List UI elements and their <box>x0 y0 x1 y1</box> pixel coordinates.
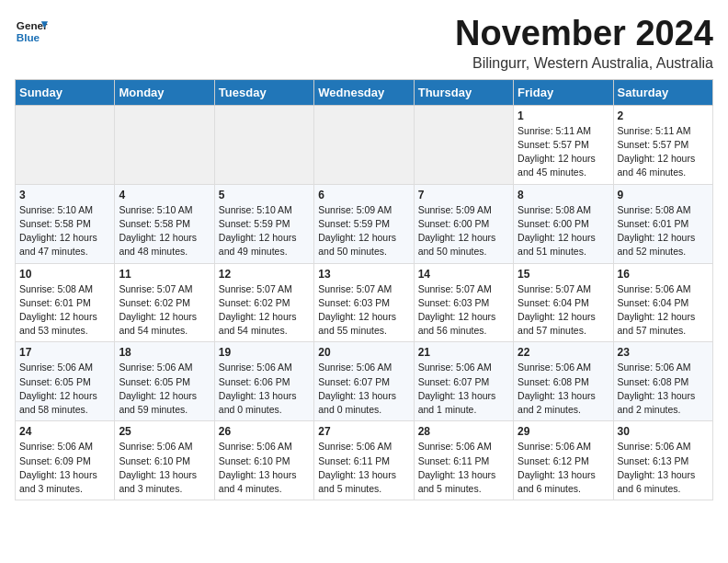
day-info: Sunrise: 5:07 AMSunset: 6:04 PMDaylight:… <box>518 282 609 339</box>
calendar-cell: 10Sunrise: 5:08 AMSunset: 6:01 PMDayligh… <box>16 263 115 342</box>
day-info: Sunrise: 5:06 AMSunset: 6:07 PMDaylight:… <box>418 361 509 417</box>
calendar-cell: 2Sunrise: 5:11 AMSunset: 5:57 PMDaylight… <box>613 105 712 184</box>
day-info: Sunrise: 5:08 AMSunset: 6:01 PMDaylight:… <box>618 203 709 259</box>
calendar-cell: 14Sunrise: 5:07 AMSunset: 6:03 PMDayligh… <box>414 263 513 342</box>
day-info: Sunrise: 5:07 AMSunset: 6:03 PMDaylight:… <box>418 282 509 339</box>
calendar-cell: 3Sunrise: 5:10 AMSunset: 5:58 PMDaylight… <box>16 184 115 263</box>
calendar-cell <box>16 105 115 184</box>
col-header-sunday: Sunday <box>16 79 115 105</box>
day-number: 15 <box>518 268 609 281</box>
day-number: 12 <box>219 268 310 281</box>
day-info: Sunrise: 5:09 AMSunset: 6:00 PMDaylight:… <box>418 203 509 259</box>
calendar-cell: 30Sunrise: 5:06 AMSunset: 6:13 PMDayligh… <box>613 421 712 500</box>
day-number: 4 <box>119 189 210 201</box>
calendar-cell: 13Sunrise: 5:07 AMSunset: 6:03 PMDayligh… <box>314 263 414 342</box>
calendar-header-row: SundayMondayTuesdayWednesdayThursdayFrid… <box>16 79 713 105</box>
calendar-cell: 5Sunrise: 5:10 AMSunset: 5:59 PMDaylight… <box>214 184 313 263</box>
day-number: 1 <box>518 109 609 122</box>
calendar-cell: 20Sunrise: 5:06 AMSunset: 6:07 PMDayligh… <box>314 342 414 421</box>
day-number: 13 <box>318 268 409 281</box>
day-number: 18 <box>119 346 210 359</box>
calendar-cell: 7Sunrise: 5:09 AMSunset: 6:00 PMDaylight… <box>414 184 513 263</box>
day-number: 7 <box>418 189 509 201</box>
day-number: 19 <box>219 346 310 359</box>
calendar-cell: 26Sunrise: 5:06 AMSunset: 6:10 PMDayligh… <box>214 421 313 500</box>
day-info: Sunrise: 5:06 AMSunset: 6:08 PMDaylight:… <box>618 361 709 417</box>
day-info: Sunrise: 5:06 AMSunset: 6:10 PMDaylight:… <box>119 440 210 496</box>
day-number: 14 <box>418 268 509 281</box>
day-info: Sunrise: 5:07 AMSunset: 6:02 PMDaylight:… <box>119 282 210 339</box>
logo-icon: General Blue <box>15 15 48 48</box>
day-number: 10 <box>19 268 110 281</box>
day-number: 5 <box>219 189 310 201</box>
title-block: November 2024 Bilingurr, Western Austral… <box>455 15 713 72</box>
day-number: 29 <box>518 425 609 438</box>
col-header-friday: Friday <box>514 79 613 105</box>
day-number: 25 <box>119 425 210 438</box>
day-info: Sunrise: 5:10 AMSunset: 5:58 PMDaylight:… <box>19 203 110 259</box>
calendar-cell: 17Sunrise: 5:06 AMSunset: 6:05 PMDayligh… <box>16 342 115 421</box>
col-header-thursday: Thursday <box>414 79 513 105</box>
day-number: 28 <box>418 425 509 438</box>
day-number: 8 <box>518 189 609 201</box>
col-header-tuesday: Tuesday <box>214 79 313 105</box>
calendar-cell: 21Sunrise: 5:06 AMSunset: 6:07 PMDayligh… <box>414 342 513 421</box>
calendar-cell: 28Sunrise: 5:06 AMSunset: 6:11 PMDayligh… <box>414 421 513 500</box>
page-title: November 2024 <box>455 15 713 53</box>
day-info: Sunrise: 5:06 AMSunset: 6:04 PMDaylight:… <box>618 282 709 339</box>
day-number: 20 <box>318 346 409 359</box>
day-info: Sunrise: 5:06 AMSunset: 6:06 PMDaylight:… <box>219 361 310 417</box>
day-number: 22 <box>518 346 609 359</box>
day-number: 2 <box>618 109 709 122</box>
day-number: 24 <box>19 425 110 438</box>
day-info: Sunrise: 5:07 AMSunset: 6:03 PMDaylight:… <box>318 282 409 339</box>
day-info: Sunrise: 5:06 AMSunset: 6:05 PMDaylight:… <box>119 361 210 417</box>
day-info: Sunrise: 5:10 AMSunset: 5:59 PMDaylight:… <box>219 203 310 259</box>
day-info: Sunrise: 5:06 AMSunset: 6:11 PMDaylight:… <box>418 440 509 496</box>
col-header-monday: Monday <box>115 79 214 105</box>
day-info: Sunrise: 5:06 AMSunset: 6:10 PMDaylight:… <box>219 440 310 496</box>
svg-text:Blue: Blue <box>17 31 40 43</box>
page-header: General Blue November 2024 Bilingurr, We… <box>15 15 713 72</box>
calendar-cell: 4Sunrise: 5:10 AMSunset: 5:58 PMDaylight… <box>115 184 214 263</box>
calendar-cell <box>414 105 513 184</box>
calendar-week-5: 24Sunrise: 5:06 AMSunset: 6:09 PMDayligh… <box>16 421 713 500</box>
logo: General Blue <box>15 15 48 48</box>
svg-text:General: General <box>17 19 48 31</box>
calendar-cell: 18Sunrise: 5:06 AMSunset: 6:05 PMDayligh… <box>115 342 214 421</box>
day-info: Sunrise: 5:06 AMSunset: 6:13 PMDaylight:… <box>618 440 709 496</box>
day-info: Sunrise: 5:09 AMSunset: 5:59 PMDaylight:… <box>318 203 409 259</box>
day-info: Sunrise: 5:06 AMSunset: 6:12 PMDaylight:… <box>518 440 609 496</box>
calendar-cell: 8Sunrise: 5:08 AMSunset: 6:00 PMDaylight… <box>514 184 613 263</box>
day-info: Sunrise: 5:10 AMSunset: 5:58 PMDaylight:… <box>119 203 210 259</box>
calendar-cell: 11Sunrise: 5:07 AMSunset: 6:02 PMDayligh… <box>115 263 214 342</box>
calendar-week-2: 3Sunrise: 5:10 AMSunset: 5:58 PMDaylight… <box>16 184 713 263</box>
calendar-week-4: 17Sunrise: 5:06 AMSunset: 6:05 PMDayligh… <box>16 342 713 421</box>
day-number: 21 <box>418 346 509 359</box>
calendar-cell <box>214 105 313 184</box>
calendar-cell: 29Sunrise: 5:06 AMSunset: 6:12 PMDayligh… <box>514 421 613 500</box>
day-info: Sunrise: 5:07 AMSunset: 6:02 PMDaylight:… <box>219 282 310 339</box>
calendar-cell: 25Sunrise: 5:06 AMSunset: 6:10 PMDayligh… <box>115 421 214 500</box>
day-info: Sunrise: 5:08 AMSunset: 6:00 PMDaylight:… <box>518 203 609 259</box>
calendar-week-3: 10Sunrise: 5:08 AMSunset: 6:01 PMDayligh… <box>16 263 713 342</box>
day-number: 26 <box>219 425 310 438</box>
page-subtitle: Bilingurr, Western Australia, Australia <box>455 55 713 72</box>
calendar-cell: 1Sunrise: 5:11 AMSunset: 5:57 PMDaylight… <box>514 105 613 184</box>
calendar-week-1: 1Sunrise: 5:11 AMSunset: 5:57 PMDaylight… <box>16 105 713 184</box>
calendar-cell: 19Sunrise: 5:06 AMSunset: 6:06 PMDayligh… <box>214 342 313 421</box>
day-info: Sunrise: 5:08 AMSunset: 6:01 PMDaylight:… <box>19 282 110 339</box>
calendar-table: SundayMondayTuesdayWednesdayThursdayFrid… <box>15 79 713 500</box>
day-info: Sunrise: 5:06 AMSunset: 6:08 PMDaylight:… <box>518 361 609 417</box>
calendar-cell: 15Sunrise: 5:07 AMSunset: 6:04 PMDayligh… <box>514 263 613 342</box>
calendar-cell: 24Sunrise: 5:06 AMSunset: 6:09 PMDayligh… <box>16 421 115 500</box>
calendar-cell: 16Sunrise: 5:06 AMSunset: 6:04 PMDayligh… <box>613 263 712 342</box>
day-info: Sunrise: 5:06 AMSunset: 6:07 PMDaylight:… <box>318 361 409 417</box>
day-info: Sunrise: 5:11 AMSunset: 5:57 PMDaylight:… <box>618 124 709 180</box>
calendar-cell: 6Sunrise: 5:09 AMSunset: 5:59 PMDaylight… <box>314 184 414 263</box>
calendar-cell: 9Sunrise: 5:08 AMSunset: 6:01 PMDaylight… <box>613 184 712 263</box>
day-number: 27 <box>318 425 409 438</box>
col-header-saturday: Saturday <box>613 79 712 105</box>
calendar-cell: 12Sunrise: 5:07 AMSunset: 6:02 PMDayligh… <box>214 263 313 342</box>
calendar-cell: 22Sunrise: 5:06 AMSunset: 6:08 PMDayligh… <box>514 342 613 421</box>
